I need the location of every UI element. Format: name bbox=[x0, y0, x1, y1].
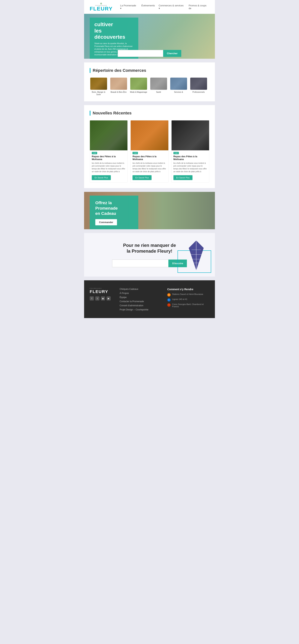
nav-promos[interactable]: Promos & coups de bbox=[189, 4, 209, 10]
footer-link-equipe[interactable]: Équipe bbox=[120, 296, 162, 299]
gift-overlay: Offrez la Promenade en Cadeau Commander bbox=[90, 196, 138, 229]
news-card-2-title: Repas des Fêtes à la Molisana bbox=[131, 155, 168, 161]
social-twitter-icon[interactable]: t bbox=[95, 296, 99, 300]
news-card-1-image bbox=[90, 120, 127, 150]
nav-links: La Promenade ▾ Événements Commerces & se… bbox=[120, 4, 209, 10]
news-card-2: Café Repas des Fêtes à la Molisana les c… bbox=[130, 120, 168, 182]
transport-location-text: Coins Georges-Baril, Chambord et Francis bbox=[172, 303, 209, 308]
category-food-label: Boire, Manger & Sortir bbox=[90, 91, 107, 96]
category-food-image bbox=[90, 78, 107, 90]
footer-link-contact[interactable]: Contacter la Promenade bbox=[120, 300, 162, 303]
hero-title: cultiver les découvertes bbox=[94, 21, 134, 40]
logo-leaf-icon: ✿ bbox=[100, 2, 102, 5]
news-card-1-text: les chefs de la molisana vous invitent à… bbox=[90, 162, 127, 173]
category-sante-image bbox=[150, 78, 167, 90]
category-pro-label: Professionnels bbox=[193, 91, 205, 93]
footer: PROMENADE FLEURY f t ◉ ▶ Chèques-Cadeaux… bbox=[84, 280, 215, 318]
footer-logo-sub: PROMENADE bbox=[90, 288, 114, 289]
footer-link-projet[interactable]: Projet Design – Courtepointe bbox=[120, 308, 162, 311]
footer-transport-column: Comment s'y Rendre M Stations Sauvé et H… bbox=[167, 288, 209, 312]
social-icons: f t ◉ ▶ bbox=[90, 296, 114, 300]
logo-text: FLEURY bbox=[90, 6, 113, 12]
social-youtube-icon[interactable]: ▶ bbox=[106, 296, 111, 300]
nav-la-promenade[interactable]: La Promenade ▾ bbox=[120, 4, 138, 10]
transport-bus-text: Lignes 140 et 41 bbox=[172, 298, 187, 300]
footer-logo-area: PROMENADE FLEURY f t ◉ ▶ bbox=[90, 288, 114, 312]
transport-bus: B Lignes 140 et 41 bbox=[167, 298, 209, 302]
transport-location: 📍 Coins Georges-Baril, Chambord et Franc… bbox=[167, 303, 209, 308]
nav-commerces[interactable]: Commerces & services ▾ bbox=[159, 4, 185, 10]
news-card-2-button[interactable]: En Savoir Plus bbox=[132, 175, 152, 180]
logo[interactable]: ✿ PROMENADE FLEURY bbox=[90, 2, 113, 12]
news-card-3-image bbox=[172, 120, 209, 150]
hero-section: cultiver les découvertes Située au cœur … bbox=[84, 14, 215, 59]
footer-link-cheques[interactable]: Chèques-Cadeaux bbox=[120, 288, 162, 290]
search-button[interactable]: Chercher bbox=[163, 50, 181, 57]
social-facebook-icon[interactable]: f bbox=[90, 296, 94, 300]
hero-search-bar: Chercher bbox=[118, 50, 181, 57]
nav-evenements[interactable]: Événements bbox=[141, 4, 155, 10]
category-beauty-image bbox=[110, 78, 127, 90]
footer-link-conseil[interactable]: Conseil d'administration bbox=[120, 304, 162, 307]
location-icon: 📍 bbox=[167, 303, 171, 307]
footer-logo-text: FLEURY bbox=[90, 289, 108, 294]
news-section: Nouvelles Récentes Café Repas des Fêtes … bbox=[84, 105, 215, 188]
news-card-2-image bbox=[131, 120, 168, 150]
category-pro-image bbox=[190, 78, 207, 90]
category-sante-label: Santé bbox=[156, 91, 161, 93]
news-card-1-title: Repas des Fêtes à la Molisana bbox=[90, 155, 127, 161]
news-card-3-text: les chefs de la molisana vous invitent à… bbox=[172, 162, 209, 173]
social-instagram-icon[interactable]: ◉ bbox=[101, 296, 105, 300]
categories-grid: Boire, Manger & Sortir Beauté & Bien-Êtr… bbox=[90, 78, 209, 96]
category-beauty-label: Beauté & Bien-Être bbox=[111, 91, 127, 93]
newsletter-form: S'inscrire bbox=[112, 260, 187, 267]
category-sante[interactable]: Santé bbox=[150, 78, 167, 96]
news-grid: Café Repas des Fêtes à la Molisana les c… bbox=[90, 120, 209, 182]
news-card-1: Café Repas des Fêtes à la Molisana les c… bbox=[90, 120, 128, 182]
news-card-3-badge: Café bbox=[173, 152, 179, 154]
category-food[interactable]: Boire, Manger & Sortir bbox=[90, 78, 107, 96]
search-input[interactable] bbox=[118, 50, 163, 57]
metro-icon: M bbox=[167, 293, 171, 296]
bus-icon: B bbox=[167, 298, 171, 302]
transport-metro-text: Stations Sauvé et Henri-Bourassa bbox=[172, 293, 203, 295]
footer-link-apropos[interactable]: À Propos bbox=[120, 292, 162, 294]
category-services-image bbox=[170, 78, 187, 90]
category-beauty[interactable]: Beauté & Bien-Être bbox=[110, 78, 127, 96]
repertoire-title: Répertoire des Commerces bbox=[90, 68, 209, 73]
newsletter-section: Pour ne rien manquer de la Promenade Fle… bbox=[84, 233, 215, 276]
news-card-2-text: les chefs de la molisana vous invitent à… bbox=[131, 162, 168, 173]
navbar: ✿ PROMENADE FLEURY La Promenade ▾ Événem… bbox=[84, 0, 215, 14]
transport-metro: M Stations Sauvé et Henri-Bourassa bbox=[167, 293, 209, 296]
news-card-2-badge: Café bbox=[132, 152, 138, 154]
news-title: Nouvelles Récentes bbox=[90, 111, 209, 116]
repertoire-section: Répertoire des Commerces Boire, Manger &… bbox=[84, 62, 215, 101]
category-services-label: Services & bbox=[174, 91, 183, 93]
newsletter-email-input[interactable] bbox=[112, 260, 168, 267]
leaf-decoration-icon bbox=[185, 238, 207, 272]
news-card-3-title: Repas des Fêtes à la Molisana bbox=[172, 155, 209, 161]
gift-title: Offrez la Promenade en Cadeau bbox=[95, 200, 133, 216]
category-mode-image bbox=[130, 78, 147, 90]
gift-banner: Offrez la Promenade en Cadeau Commander bbox=[84, 192, 215, 229]
footer-links-column: Chèques-Cadeaux À Propos Équipe Contacte… bbox=[120, 288, 162, 312]
footer-grid: PROMENADE FLEURY f t ◉ ▶ Chèques-Cadeaux… bbox=[90, 288, 209, 312]
category-mode-label: Mode & Magasinage bbox=[130, 91, 147, 93]
footer-transport-title: Comment s'y Rendre bbox=[167, 288, 209, 291]
category-services[interactable]: Services & bbox=[170, 78, 187, 96]
category-pro[interactable]: Professionnels bbox=[190, 78, 207, 96]
news-card-1-badge: Café bbox=[92, 152, 97, 154]
news-card-1-button[interactable]: En Savoir Plus bbox=[92, 175, 111, 180]
category-mode[interactable]: Mode & Magasinage bbox=[130, 78, 147, 96]
news-card-3: Café Repas des Fêtes à la Molisana les c… bbox=[171, 120, 209, 182]
gift-commander-button[interactable]: Commander bbox=[95, 219, 117, 225]
news-card-3-button[interactable]: En Savoir Plus bbox=[173, 175, 193, 180]
